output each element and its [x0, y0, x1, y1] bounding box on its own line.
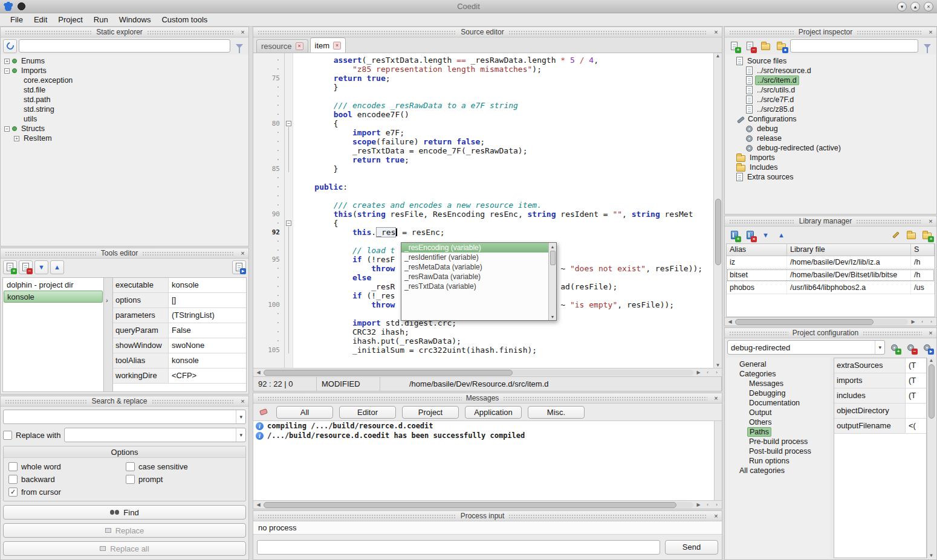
messages-horizontal-scrollbar[interactable]: ◀ ▶ ‹ › — [253, 500, 722, 509]
maximize-button[interactable]: ▴ — [910, 2, 920, 11]
filter-button[interactable] — [920, 39, 934, 53]
code-line[interactable]: CRC32 ihash; — [296, 327, 713, 336]
tree-item[interactable]: Documentation — [727, 398, 829, 408]
scrollbar-thumb[interactable] — [264, 502, 676, 508]
page-left-icon[interactable]: ‹ — [704, 502, 712, 507]
tab-item[interactable]: item× — [310, 37, 346, 53]
tree-item[interactable]: Categories — [727, 369, 829, 379]
code-line[interactable]: public: — [296, 182, 713, 191]
scroll-left-icon[interactable]: ◀ — [255, 370, 262, 375]
find-button[interactable]: Find — [3, 505, 246, 520]
remove-library-button[interactable]: × — [743, 228, 757, 242]
add-library-folder-button[interactable]: + — [920, 228, 934, 242]
panel-header[interactable]: Library manager × — [725, 216, 936, 227]
property-value[interactable]: swoNone — [169, 338, 246, 353]
code-line[interactable]: _resTxtData = encode_7F(_resRawData); — [296, 146, 713, 155]
expand-icon[interactable]: + — [4, 59, 10, 64]
code-line[interactable]: "z85 representation length mismatches"); — [296, 65, 713, 74]
close-panel-icon[interactable]: × — [926, 28, 935, 37]
panel-grip[interactable] — [258, 30, 456, 34]
tab-resource[interactable]: resource× — [256, 39, 308, 53]
property-value[interactable]: (T — [906, 358, 926, 373]
configuration-vertical-scrollbar[interactable]: ▲ ▼ — [927, 358, 935, 558]
property-value[interactable]: <CFP> — [169, 369, 246, 383]
panel-header[interactable]: Process input × — [253, 511, 722, 521]
close-panel-icon[interactable]: × — [712, 28, 721, 37]
tree-item[interactable]: ../src/resource.d — [726, 66, 935, 76]
menu-file[interactable]: File — [5, 14, 28, 25]
scrollbar-thumb[interactable] — [264, 370, 513, 376]
panel-grip[interactable] — [729, 219, 795, 224]
property-value[interactable]: (T — [906, 373, 926, 388]
fold-marker-icon[interactable]: − — [286, 121, 291, 126]
column-header[interactable]: Alias — [727, 244, 787, 256]
close-window-button[interactable]: × — [924, 2, 933, 11]
panel-header[interactable]: Static explorer × — [1, 27, 248, 37]
messages-vertical-scrollbar[interactable] — [714, 421, 722, 500]
close-tab-icon[interactable]: × — [296, 42, 303, 50]
refresh-button[interactable] — [3, 39, 17, 53]
completion-item[interactable]: _resEncoding (variable) — [401, 243, 548, 253]
completion-item[interactable]: _resTxtData (variable) — [401, 282, 548, 291]
fold-marker-icon[interactable]: − — [286, 220, 291, 226]
scroll-right-icon[interactable]: ▶ — [695, 502, 702, 507]
property-row[interactable]: objectDirectory — [834, 404, 926, 419]
remove-configuration-button[interactable]: − — [904, 341, 918, 355]
filter-all[interactable]: All — [276, 406, 333, 419]
open-project-folder-button[interactable]: ● — [774, 39, 788, 53]
property-row[interactable]: outputFilename<( — [834, 419, 926, 434]
code-line[interactable]: return true; — [296, 74, 713, 83]
library-row[interactable]: phobos/usr/lib64/libphobos2.a/us — [727, 282, 935, 294]
chevron-down-icon[interactable]: ▾ — [236, 428, 242, 442]
page-right-icon[interactable]: › — [713, 502, 721, 507]
filter-button[interactable] — [232, 39, 246, 53]
page-right-icon[interactable]: › — [927, 319, 935, 324]
tree-item[interactable]: ../src/item.d — [726, 76, 935, 85]
code-line[interactable]: return true; — [296, 155, 713, 164]
replace-button[interactable]: Replace — [3, 523, 246, 538]
scroll-up-icon[interactable]: ▲ — [714, 53, 722, 59]
filter-misc[interactable]: Misc. — [528, 406, 585, 419]
tree-item[interactable]: All categories — [727, 466, 829, 475]
tree-item[interactable]: Includes — [726, 163, 935, 172]
completion-item[interactable]: _resIdentifier (variable) — [401, 253, 548, 262]
window-titlebar[interactable]: Coedit ▾ ▴ × — [0, 0, 937, 13]
scroll-down-icon[interactable]: ▼ — [551, 313, 555, 320]
open-library-folder-button[interactable] — [904, 228, 918, 242]
panel-grip[interactable] — [5, 30, 92, 34]
chevron-down-icon[interactable]: ▾ — [875, 341, 881, 354]
tree-item[interactable]: debug — [726, 124, 935, 134]
panel-grip[interactable] — [729, 331, 788, 335]
case-sensitive-checkbox[interactable] — [126, 462, 135, 471]
column-header[interactable]: Library file — [787, 244, 911, 256]
close-tab-icon[interactable]: × — [333, 42, 341, 50]
property-value[interactable] — [906, 404, 926, 418]
property-row[interactable]: queryParamFalse — [113, 323, 246, 338]
message-row[interactable]: i/.../build/resource.d.coedit has been s… — [253, 431, 722, 440]
code-line[interactable]: _initialSum = crc322uint(ihash.finish); — [296, 346, 713, 355]
message-row[interactable]: icompiling /.../build/resource.d.coedit — [253, 421, 722, 431]
scroll-up-icon[interactable]: ▲ — [927, 358, 935, 363]
close-panel-icon[interactable]: × — [926, 217, 935, 226]
code-line[interactable] — [296, 173, 713, 182]
code-line[interactable] — [296, 92, 713, 101]
property-value[interactable]: <( — [906, 419, 926, 433]
filter-editor[interactable]: Editor — [339, 406, 396, 419]
menu-edit[interactable]: Edit — [28, 14, 53, 25]
completion-item[interactable]: _resMetaData (variable) — [401, 262, 548, 272]
scroll-right-icon[interactable]: ▶ — [909, 319, 917, 324]
property-row[interactable]: imports(T — [834, 373, 926, 388]
close-panel-icon[interactable]: × — [712, 512, 721, 521]
panel-header[interactable]: Project inspector × — [725, 27, 936, 37]
minimize-button[interactable]: ▾ — [897, 2, 907, 11]
replace-term-combo[interactable]: ▾ — [64, 428, 246, 442]
property-value[interactable]: (T — [906, 388, 926, 403]
close-panel-icon[interactable]: × — [712, 394, 721, 403]
search-term-combo[interactable]: ▾ — [3, 410, 246, 424]
panel-header[interactable]: Project configuration × — [725, 328, 936, 338]
code-line[interactable]: } — [296, 164, 713, 173]
panel-grip[interactable] — [258, 396, 462, 401]
panel-grip[interactable] — [5, 399, 87, 404]
library-row[interactable]: bitset/home/basile/Dev/Bitset/lib/bitse/… — [727, 269, 935, 282]
tree-item[interactable]: Extra sources — [726, 172, 935, 182]
